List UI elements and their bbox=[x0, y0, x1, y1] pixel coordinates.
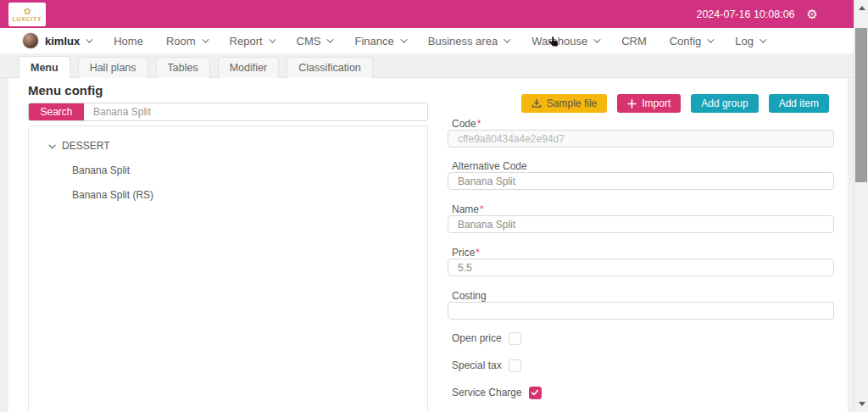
nav-item-log[interactable]: Log bbox=[735, 35, 765, 47]
tree-item-banana-split-rs[interactable]: Banana Split (RS) bbox=[72, 189, 427, 201]
nav-item-config[interactable]: Config bbox=[670, 35, 713, 47]
user-menu[interactable]: kimlux bbox=[22, 32, 91, 49]
import-button[interactable]: Import bbox=[617, 94, 681, 113]
toolbar: Sample file Import Add group Add item bbox=[521, 94, 829, 113]
alternative-code-input[interactable] bbox=[448, 172, 834, 190]
menu-tree-panel: DESSERT Banana Split Banana Split (RS) bbox=[28, 125, 428, 412]
search-button[interactable]: Search bbox=[29, 103, 84, 120]
nav-item-home[interactable]: Home bbox=[114, 35, 143, 47]
gear-icon[interactable]: ⚙ bbox=[807, 7, 818, 22]
chevron-down-icon bbox=[327, 36, 334, 42]
scrollbar-thumb[interactable] bbox=[855, 28, 867, 182]
top-header-bar: ✿ LUXCITY 2024-07-16 10:08:06 ⚙ bbox=[0, 0, 854, 28]
chevron-down-icon bbox=[202, 36, 209, 42]
name-input[interactable] bbox=[448, 215, 834, 233]
service-charge-row: Service Charge bbox=[452, 386, 542, 399]
avatar bbox=[22, 32, 39, 49]
special-tax-checkbox[interactable] bbox=[509, 359, 521, 372]
tab-classification[interactable]: Classification bbox=[287, 57, 373, 78]
scroll-down-arrow-icon[interactable] bbox=[859, 402, 865, 406]
logo-text: LUXCITY bbox=[13, 16, 42, 22]
datetime-display: 2024-07-16 10:08:06 bbox=[696, 8, 794, 20]
chevron-down-icon bbox=[86, 36, 92, 42]
vertical-scrollbar[interactable] bbox=[854, 0, 868, 412]
costing-input[interactable] bbox=[448, 302, 834, 320]
code-input[interactable] bbox=[448, 130, 834, 148]
logo[interactable]: ✿ LUXCITY bbox=[8, 3, 46, 26]
alternative-code-label: Alternative Code bbox=[452, 160, 527, 172]
special-tax-label: Special tax bbox=[452, 359, 502, 371]
app-root: ✿ LUXCITY 2024-07-16 10:08:06 ⚙ kimlux H… bbox=[0, 0, 868, 412]
chevron-down-icon bbox=[593, 36, 600, 42]
nav-item-warehouse[interactable]: Warehouse bbox=[531, 35, 598, 47]
check-icon bbox=[531, 388, 539, 397]
tab-hall-plans[interactable]: Hall plans bbox=[78, 57, 148, 78]
main-navbar: kimlux Home Room Report CMS Finance Busi… bbox=[0, 28, 854, 54]
open-price-row: Open price bbox=[452, 331, 521, 345]
tree-item-banana-split[interactable]: Banana Split bbox=[72, 164, 427, 176]
open-price-checkbox[interactable] bbox=[509, 332, 521, 345]
chevron-down-icon bbox=[269, 36, 275, 42]
chevron-down-icon bbox=[707, 36, 714, 42]
service-charge-checkbox[interactable] bbox=[529, 387, 542, 399]
tab-modifier[interactable]: Modifier bbox=[218, 57, 279, 78]
nav-item-room[interactable]: Room bbox=[166, 35, 207, 47]
add-item-button[interactable]: Add item bbox=[769, 94, 829, 113]
chevron-down-icon bbox=[504, 36, 510, 42]
add-group-button[interactable]: Add group bbox=[691, 94, 758, 113]
search-input[interactable] bbox=[84, 103, 427, 120]
search-bar: Search bbox=[28, 103, 428, 121]
scroll-up-arrow-icon[interactable] bbox=[859, 6, 865, 10]
tree-group-dessert[interactable]: DESSERT bbox=[49, 140, 427, 152]
flower-icon: ✿ bbox=[23, 7, 31, 15]
tab-bar: Menu Hall plans Tables Modifier Classifi… bbox=[0, 54, 854, 78]
chevron-down-icon bbox=[400, 36, 407, 42]
tab-menu[interactable]: Menu bbox=[19, 56, 70, 78]
required-marker: * bbox=[477, 118, 481, 130]
price-input[interactable] bbox=[448, 259, 834, 276]
nav-item-cms[interactable]: CMS bbox=[297, 35, 332, 47]
nav-item-report[interactable]: Report bbox=[230, 35, 274, 47]
nav-item-finance[interactable]: Finance bbox=[354, 35, 404, 47]
chevron-down-icon bbox=[760, 36, 766, 42]
name-label: Name* bbox=[452, 203, 484, 215]
costing-label: Costing bbox=[452, 290, 487, 302]
code-label: Code* bbox=[452, 118, 481, 130]
price-label: Price* bbox=[452, 247, 480, 259]
service-charge-label: Service Charge bbox=[452, 387, 522, 398]
sample-file-button[interactable]: Sample file bbox=[521, 94, 607, 113]
page-title: Menu config bbox=[28, 83, 103, 97]
open-price-label: Open price bbox=[452, 332, 502, 344]
content-card: Menu config Search DESSERT Banana Split … bbox=[8, 78, 848, 412]
download-icon bbox=[531, 98, 542, 109]
nav-item-crm[interactable]: CRM bbox=[621, 35, 647, 47]
special-tax-row: Special tax bbox=[452, 359, 521, 372]
required-marker: * bbox=[480, 203, 484, 215]
required-marker: * bbox=[476, 247, 480, 259]
plus-icon bbox=[627, 99, 637, 109]
nav-item-business-area[interactable]: Business area bbox=[428, 35, 509, 47]
user-name: kimlux bbox=[45, 35, 80, 47]
tab-tables[interactable]: Tables bbox=[156, 57, 210, 78]
chevron-down-icon bbox=[48, 142, 55, 148]
